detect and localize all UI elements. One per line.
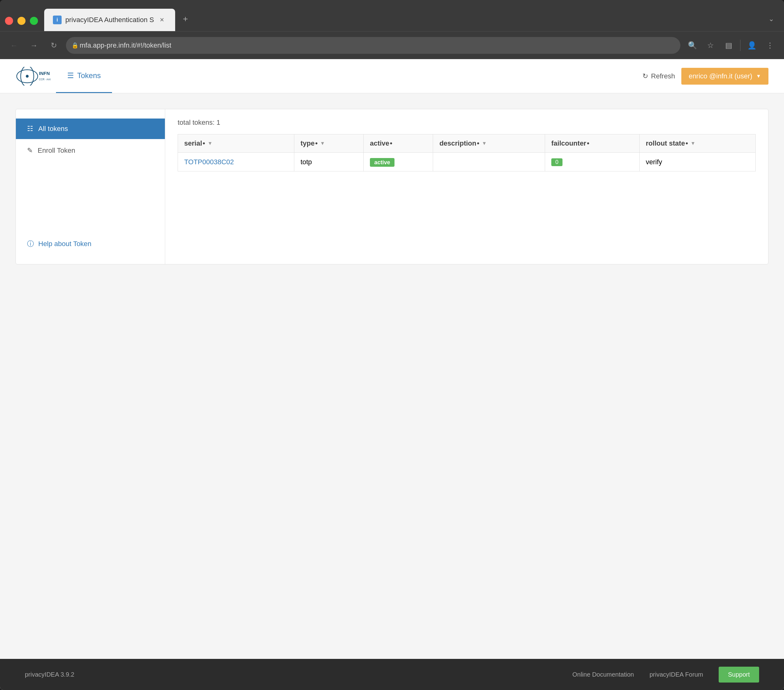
col-failcounter-label: failcounter: [551, 139, 589, 147]
enroll-token-icon: ✎: [27, 147, 33, 155]
user-menu-button[interactable]: enrico @infn.it (user) ▼: [681, 68, 768, 85]
tokens-tab-label: Tokens: [77, 71, 101, 80]
all-tokens-label: All tokens: [38, 125, 68, 133]
logo-area: INFN CCR · AAI: [16, 67, 53, 86]
table-body: TOTP00038C02 totp active 0 ver: [178, 153, 756, 171]
table-row: TOTP00038C02 totp active 0 ver: [178, 153, 756, 171]
sidebar: ☷ All tokens ✎ Enroll Token ⓘ Help about…: [16, 109, 165, 264]
nav-tab-tokens[interactable]: ☰ Tokens: [56, 59, 112, 93]
svg-text:CCR · AAI: CCR · AAI: [39, 78, 51, 81]
browser-icons: 🔍 ☆ ▤ 👤 ⋮: [685, 38, 778, 53]
footer-support-button[interactable]: Support: [719, 667, 759, 683]
tab-dropdown-button[interactable]: ⌄: [763, 11, 779, 27]
footer-doc-link[interactable]: Online Documentation: [572, 671, 634, 678]
menu-icon-button[interactable]: ⋮: [762, 38, 778, 53]
refresh-label: Refresh: [651, 72, 675, 80]
cell-type: totp: [294, 153, 363, 171]
col-active: active: [363, 134, 433, 153]
col-type-label: type: [301, 139, 318, 147]
new-tab-button[interactable]: +: [178, 11, 193, 27]
token-table: serial ▼ type ▼: [178, 134, 756, 171]
app-header: INFN CCR · AAI ☰ Tokens ↻ Refresh enrico…: [0, 59, 784, 93]
sidebar-item-all-tokens[interactable]: ☷ All tokens: [16, 119, 165, 139]
close-window-button[interactable]: [5, 17, 13, 25]
cell-description: [433, 153, 545, 171]
cell-serial: TOTP00038C02: [178, 153, 294, 171]
tab-close-button[interactable]: ✕: [158, 16, 166, 24]
failcounter-badge: 0: [551, 158, 562, 166]
col-description: description ▼: [433, 134, 545, 153]
col-rollout-state: rollout state ▼: [639, 134, 755, 153]
help-label: Help about Token: [38, 240, 91, 248]
nav-tabs: ☰ Tokens: [56, 59, 112, 93]
footer-version: privacyIDEA 3.9.2: [25, 671, 74, 678]
back-button[interactable]: ←: [6, 38, 22, 53]
help-icon: ⓘ: [27, 239, 34, 249]
total-tokens-label: total tokens: 1: [178, 119, 756, 127]
col-description-label: description: [439, 139, 479, 147]
user-caret-icon: ▼: [756, 73, 761, 79]
extensions-icon-button[interactable]: ▤: [721, 38, 736, 53]
cell-active: active: [363, 153, 433, 171]
browser-frame: i privacyIDEA Authentication S ✕ + ⌄ ← →…: [0, 0, 784, 690]
cell-rollout-state: verify: [639, 153, 755, 171]
svg-text:INFN: INFN: [39, 71, 50, 76]
tab-favicon: i: [53, 16, 62, 24]
window-controls: [5, 17, 38, 31]
enroll-token-label: Enroll Token: [38, 147, 75, 155]
maximize-window-button[interactable]: [30, 17, 38, 25]
refresh-button[interactable]: ↻ Refresh: [636, 68, 681, 85]
tab-title: privacyIDEA Authentication S: [65, 16, 154, 24]
address-input[interactable]: [66, 37, 680, 54]
bookmark-icon-button[interactable]: ☆: [703, 38, 718, 53]
tab-bar: i privacyIDEA Authentication S ✕ + ⌄: [0, 0, 784, 31]
rollout-filter-icon[interactable]: ▼: [690, 141, 695, 146]
app-footer: privacyIDEA 3.9.2 Online Documentation p…: [0, 659, 784, 690]
sidebar-help-link[interactable]: ⓘ Help about Token: [16, 233, 165, 255]
table-header-row: serial ▼ type ▼: [178, 134, 756, 153]
refresh-icon: ↻: [642, 72, 648, 80]
search-icon-button[interactable]: 🔍: [685, 38, 700, 53]
forward-button[interactable]: →: [26, 38, 42, 53]
col-failcounter: failcounter: [545, 134, 639, 153]
sidebar-item-enroll-token[interactable]: ✎ Enroll Token: [16, 140, 165, 161]
type-filter-icon[interactable]: ▼: [320, 141, 325, 146]
col-serial-label: serial: [184, 139, 205, 147]
all-tokens-icon: ☷: [27, 125, 33, 133]
col-active-label: active: [370, 139, 392, 147]
minimize-window-button[interactable]: [17, 17, 26, 25]
active-badge: active: [370, 158, 394, 167]
serial-filter-icon[interactable]: ▼: [208, 141, 212, 146]
cell-failcounter: 0: [545, 153, 639, 171]
sidebar-divider: [16, 162, 165, 232]
browser-tab-active[interactable]: i privacyIDEA Authentication S ✕: [44, 9, 175, 31]
address-bar: ← → ↻ 🔒 🔍 ☆ ▤ 👤 ⋮: [0, 31, 784, 59]
user-label: enrico @infn.it (user): [689, 72, 753, 80]
footer-forum-link[interactable]: privacyIDEA Forum: [650, 671, 703, 678]
col-rollout-state-label: rollout state: [646, 139, 688, 147]
tokens-tab-icon: ☰: [67, 71, 74, 80]
address-bar-wrap: 🔒: [66, 37, 680, 54]
col-type: type ▼: [294, 134, 363, 153]
table-area: total tokens: 1 serial ▼: [165, 109, 768, 264]
app-content: INFN CCR · AAI ☰ Tokens ↻ Refresh enrico…: [0, 59, 784, 690]
footer-links: Online Documentation privacyIDEA Forum S…: [572, 667, 759, 683]
main-area: ☷ All tokens ✎ Enroll Token ⓘ Help about…: [0, 93, 784, 659]
content-panel: ☷ All tokens ✎ Enroll Token ⓘ Help about…: [16, 109, 768, 264]
description-filter-icon[interactable]: ▼: [482, 141, 487, 146]
profile-icon-button[interactable]: 👤: [744, 38, 760, 53]
token-serial-link[interactable]: TOTP00038C02: [184, 158, 234, 166]
lock-icon: 🔒: [72, 42, 78, 49]
col-serial: serial ▼: [178, 134, 294, 153]
svg-point-2: [26, 75, 29, 77]
reload-button[interactable]: ↻: [46, 38, 62, 53]
app-logo: INFN CCR · AAI: [16, 67, 53, 86]
